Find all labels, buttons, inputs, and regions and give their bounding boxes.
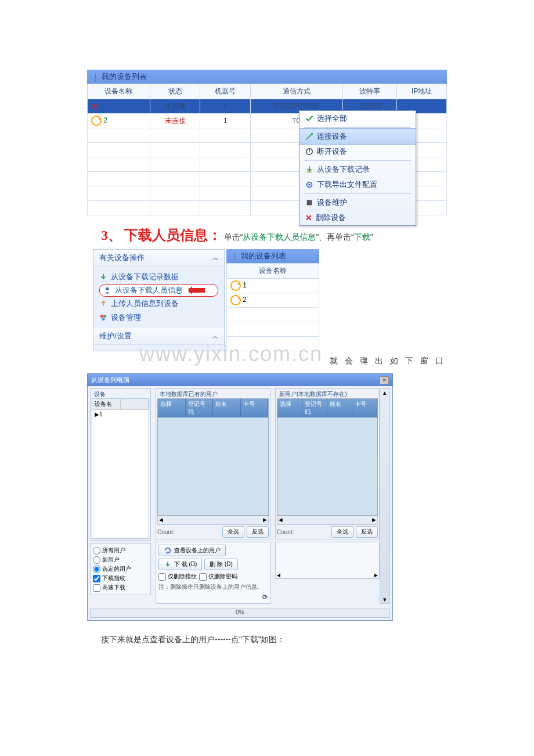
device-select-list[interactable]: 设备名 ▶1 [92,398,149,539]
th-machine[interactable]: 机器号 [200,84,251,99]
side-link-device-mgmt[interactable]: 设备管理 [99,311,218,325]
dialog-mid-pane: 本地数据库已有的用户 选择 登记号码 姓名 卡号 ◄► Count: 全选 反选 [153,386,273,606]
screenshot-side-panel: 有关设备操作 ︽ 从设备下载记录数据 从设备下载人员信息 上传人员信息到设备 [93,249,447,351]
titlebar-device-list: ⋮ 我的设备列表 [87,70,447,84]
existing-users-grid[interactable]: 选择 登记号码 姓名 卡号 [157,398,269,516]
download-icon [305,165,313,174]
mini-title: 我的设备列表 [241,251,286,260]
refresh-icon [230,295,241,305]
progress-bar: 0% [90,609,390,618]
heading-text: ” [370,232,373,242]
link-label: 从设备下载记录数据 [111,272,179,282]
section-heading: 3、 下载人员信息： 单击“从设备下载人员信息”、再单击“下载” [101,226,447,244]
cell-name: 1 [100,103,104,111]
right-bottom-scroll[interactable]: ◄► [275,542,380,579]
menu-label: 从设备下载记录 [317,164,370,175]
list-item[interactable]: 1 [227,279,319,293]
title-text: 我的设备列表 [102,71,147,82]
th-ip[interactable]: IP地址 [397,84,447,99]
checkbox-fast-download[interactable]: 高速下载 [93,583,148,592]
heading-link: 下载 [354,232,370,242]
connect-icon [305,132,313,141]
close-icon[interactable]: × [380,376,389,384]
context-menu: 选择全部 连接设备 断开设备 从设备下载记录 下载导出文件配置 设备维护 ✕ 删… [299,110,416,226]
download-icon [164,560,172,568]
th-name[interactable]: 设备名称 [88,84,150,99]
grip-icon: ⋮ [92,73,98,81]
heading-link: 从设备下载人员信息 [243,232,316,242]
list-item[interactable]: 2 [227,293,319,308]
menu-connect[interactable]: 连接设备 [299,128,416,145]
side-panel: 有关设备操作 ︽ 从设备下载记录数据 从设备下载人员信息 上传人员信息到设备 [93,249,225,351]
gcol-name: 姓名 [213,399,241,417]
download-button[interactable]: 下 载 (D) [158,559,202,570]
invert-button[interactable]: 反选 [356,526,378,538]
hscrollbar[interactable]: ◄► [277,516,378,525]
invert-button[interactable]: 反选 [247,526,269,538]
side-link-upload-users[interactable]: 上传人员信息到设备 [99,297,218,311]
heading-number: 3、 [101,228,122,243]
download-users-dialog: 从设备列电脑 × 设备 设备名 ▶1 所有用户 新用户 选定的用户 下载指纹 高… [87,373,393,621]
checkbox-download-fingerprint[interactable]: 下载指纹 [93,574,148,583]
side-link-download-users[interactable]: 从设备下载人员信息 [99,284,218,297]
fieldset-legend: 新用户(本地数据库不存在) [277,391,349,397]
cell-machine: 1 [200,99,251,114]
gcol-regno: 登记号码 [302,399,327,417]
side-header-label: 维护/设置 [99,331,132,341]
select-all-button[interactable]: 全选 [331,526,353,538]
select-all-button[interactable]: 全选 [222,526,244,538]
expand-icon[interactable]: ⟳ [262,593,268,601]
fieldset-legend: 设备 [92,391,108,397]
mini-device-list: ⋮我的设备列表 设备名称 1 2 [226,249,319,351]
delete-note: 注：删除操作只删除设备上的用户信息。 [158,583,268,591]
side-header-maintain[interactable]: 维护/设置 ︽ [93,328,224,345]
menu-download-records[interactable]: 从设备下载记录 [300,162,416,177]
new-users-grid[interactable]: 选择 登记号码 姓名 卡号 [277,398,378,516]
svg-point-0 [311,133,313,135]
radio-all-users[interactable]: 所有用户 [93,546,148,555]
th-comm[interactable]: 通信方式 [251,84,343,99]
list-item [227,308,319,322]
th-status[interactable]: 状态 [150,84,200,99]
menu-export-config[interactable]: 下载导出文件配置 [300,177,416,192]
gcol-regno: 登记号码 [186,399,214,417]
menu-label: 下载导出文件配置 [317,179,377,190]
svg-point-5 [308,183,311,186]
menu-separator [304,193,411,194]
svg-rect-6 [307,200,312,206]
cell-status: 未连接 [150,99,200,114]
heading-text: 单击“ [224,232,243,242]
link-label: 上传人员信息到设备 [111,298,179,309]
collapse-icon[interactable]: ︽ [212,332,218,340]
list-item[interactable]: ▶1 [92,410,149,419]
link-label: 设备管理 [111,312,141,323]
menu-delete[interactable]: ✕ 删除设备 [300,210,416,225]
menu-label: 断开设备 [317,146,347,157]
cell: 2 [243,296,247,304]
menu-select-all[interactable]: 选择全部 [300,111,416,126]
checkbox-del-password[interactable]: 仅删除密码 [199,573,237,581]
delete-button[interactable]: 删 除 (D) [204,559,237,570]
vscrollbar[interactable]: ▴▾ [380,388,390,604]
menu-disconnect[interactable]: 断开设备 [300,144,416,159]
side-header-operations[interactable]: 有关设备操作 ︽ [93,250,224,267]
checkbox-del-fingerprint[interactable]: 仅删除指纹 [158,573,197,581]
hscrollbar[interactable]: ◄► [157,516,269,525]
instruction-paragraph: 接下来就是点查看设备上的用户------点“下载”如图： [101,635,447,645]
cell-status: 未连接 [150,114,200,128]
radio-new-users[interactable]: 新用户 [93,555,148,564]
th-baud[interactable]: 波特率 [342,84,397,99]
cell-machine: 1 [200,114,251,128]
disconnect-icon [305,147,313,156]
mini-titlebar: ⋮我的设备列表 [226,249,319,263]
side-link-download-records[interactable]: 从设备下载记录数据 [99,270,218,284]
view-device-users-button[interactable]: 查看设备上的用户 [158,545,226,556]
popup-intro-text: 就会弹出如下窗口 [87,356,447,366]
menu-maintain[interactable]: 设备维护 [300,195,416,210]
config-icon [305,181,313,189]
svg-rect-2 [309,149,310,152]
mini-th[interactable]: 设备名称 [227,264,319,279]
collapse-icon[interactable]: ︽ [212,254,218,262]
radio-selected-users[interactable]: 选定的用户 [93,564,148,574]
check-icon [305,114,313,123]
